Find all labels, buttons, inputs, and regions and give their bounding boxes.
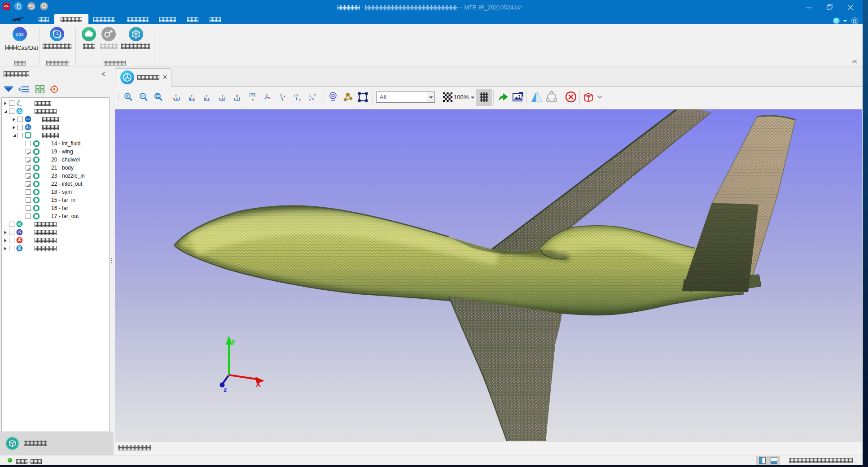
svg-text:x: x bbox=[252, 97, 254, 101]
svg-text:z: z bbox=[224, 386, 227, 393]
svg-text:x: x bbox=[309, 97, 311, 101]
svg-text:z: z bbox=[18, 103, 19, 105]
svg-text:Y: Y bbox=[296, 93, 298, 97]
svg-text:X: X bbox=[256, 380, 261, 388]
svg-text:Y: Y bbox=[314, 93, 316, 97]
svg-text:y: y bbox=[231, 337, 235, 345]
svg-text:x: x bbox=[283, 94, 285, 98]
svg-text:z: z bbox=[294, 93, 295, 97]
svg-text:x: x bbox=[268, 96, 270, 100]
svg-text:x: x bbox=[299, 97, 301, 101]
